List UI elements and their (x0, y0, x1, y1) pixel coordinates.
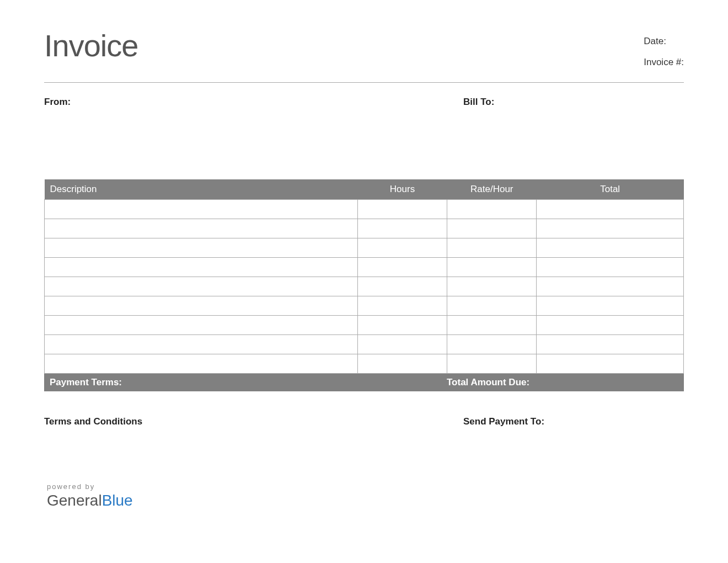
cell-hours[interactable] (357, 238, 447, 258)
table-row (45, 258, 684, 277)
cell-rate[interactable] (447, 219, 537, 238)
invoice-number-label: Invoice #: (644, 57, 684, 67)
cell-hours[interactable] (357, 316, 447, 335)
cell-total[interactable] (537, 277, 684, 296)
cell-description[interactable] (45, 200, 358, 219)
cell-total[interactable] (537, 296, 684, 316)
cell-rate[interactable] (447, 296, 537, 316)
cell-rate[interactable] (447, 277, 537, 296)
cell-description[interactable] (45, 316, 358, 335)
bottom-section: Terms and Conditions Send Payment To: (44, 416, 684, 427)
cell-hours[interactable] (357, 277, 447, 296)
cell-rate[interactable] (447, 258, 537, 277)
table-row (45, 335, 684, 354)
cell-total[interactable] (537, 335, 684, 354)
totals-bar: Payment Terms: Total Amount Due: (44, 374, 684, 391)
terms-label: Terms and Conditions (44, 416, 142, 427)
col-hours: Hours (357, 179, 447, 200)
send-payment-label: Send Payment To: (463, 416, 544, 427)
table-row (45, 316, 684, 335)
table-row (45, 296, 684, 316)
table-row (45, 219, 684, 238)
cell-total[interactable] (537, 258, 684, 277)
line-items-table: Description Hours Rate/Hour Total (44, 179, 684, 374)
cell-rate[interactable] (447, 335, 537, 354)
cell-description[interactable] (45, 354, 358, 374)
invoice-header: Invoice Date: Invoice #: (44, 28, 684, 83)
cell-total[interactable] (537, 238, 684, 258)
cell-description[interactable] (45, 219, 358, 238)
date-label: Date: (644, 36, 666, 46)
billto-block: Bill To: (463, 97, 684, 108)
powered-by-label: powered by (47, 482, 684, 491)
cell-hours[interactable] (357, 219, 447, 238)
cell-rate[interactable] (447, 238, 537, 258)
col-total: Total (537, 179, 684, 200)
cell-description[interactable] (45, 277, 358, 296)
cell-rate[interactable] (447, 200, 537, 219)
cell-hours[interactable] (357, 296, 447, 316)
total-due-label: Total Amount Due: (447, 377, 529, 387)
branding: powered by GeneralBlue (47, 482, 684, 509)
cell-rate[interactable] (447, 316, 537, 335)
cell-total[interactable] (537, 219, 684, 238)
cell-description[interactable] (45, 258, 358, 277)
billto-label: Bill To: (463, 97, 494, 107)
brand-second: Blue (102, 492, 133, 509)
cell-total[interactable] (537, 200, 684, 219)
cell-description[interactable] (45, 238, 358, 258)
from-label: From: (44, 97, 71, 107)
cell-total[interactable] (537, 354, 684, 374)
cell-hours[interactable] (357, 354, 447, 374)
table-row (45, 200, 684, 219)
invoice-meta: Date: Invoice #: (644, 28, 684, 78)
cell-description[interactable] (45, 335, 358, 354)
table-row (45, 238, 684, 258)
cell-description[interactable] (45, 296, 358, 316)
address-section: From: Bill To: (44, 97, 684, 108)
brand-logo: GeneralBlue (47, 492, 684, 509)
page-title: Invoice (44, 28, 138, 63)
cell-rate[interactable] (447, 354, 537, 374)
cell-hours[interactable] (357, 200, 447, 219)
from-block: From: (44, 97, 71, 108)
col-description: Description (45, 179, 358, 200)
cell-hours[interactable] (357, 335, 447, 354)
col-rate: Rate/Hour (447, 179, 537, 200)
cell-total[interactable] (537, 316, 684, 335)
cell-hours[interactable] (357, 258, 447, 277)
terms-block: Terms and Conditions (44, 416, 142, 427)
send-payment-block: Send Payment To: (463, 416, 684, 427)
payment-terms-label: Payment Terms: (50, 377, 122, 387)
table-row (45, 354, 684, 374)
brand-first: General (47, 492, 102, 509)
table-row (45, 277, 684, 296)
